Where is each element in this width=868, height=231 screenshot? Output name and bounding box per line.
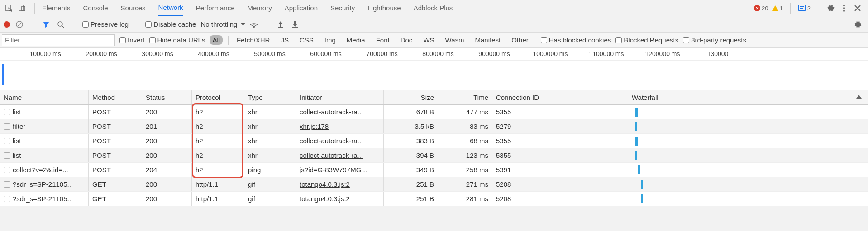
initiator-link[interactable]: totango4.0.3.js:2 xyxy=(300,180,350,188)
separator xyxy=(267,19,267,30)
table-row[interactable]: ?sdr_s=SP-21105...GET200http/1.1giftotan… xyxy=(0,177,868,192)
offline-icon[interactable] xyxy=(249,19,259,29)
filter-toggle-icon[interactable] xyxy=(41,19,51,29)
filter-type-media[interactable]: Media xyxy=(344,35,368,45)
time-tick: 900000 ms xyxy=(478,50,510,57)
settings-gear-icon[interactable] xyxy=(853,19,863,29)
col-initiator[interactable]: Initiator xyxy=(296,90,384,104)
cell-waterfall xyxy=(628,105,868,119)
disable-cache-checkbox[interactable]: Disable cache xyxy=(145,20,196,28)
file-icon xyxy=(4,181,10,188)
error-count-badge[interactable]: ✕ 20 xyxy=(754,5,768,12)
initiator-link[interactable]: collect-autotrack-ra... xyxy=(300,137,363,145)
filter-type-all[interactable]: All xyxy=(210,35,223,45)
table-row[interactable]: listPOST200h2xhrcollect-autotrack-ra...3… xyxy=(0,148,868,163)
timeline-overview[interactable]: 100000 ms200000 ms300000 ms400000 ms5000… xyxy=(0,48,868,90)
cell-connection-id: 5208 xyxy=(492,192,628,206)
throttling-select[interactable]: No throttling xyxy=(200,20,237,28)
col-status[interactable]: Status xyxy=(142,90,192,104)
time-tick: 400000 ms xyxy=(198,50,229,57)
table-row[interactable]: ?sdr_s=SP-21105...GET200http/1.1giftotan… xyxy=(0,192,868,206)
has-blocked-cookies-checkbox[interactable]: Has blocked cookies xyxy=(541,36,611,44)
filter-type-ws[interactable]: WS xyxy=(420,35,437,45)
warning-count-badge[interactable]: 1 xyxy=(772,5,783,12)
initiator-link[interactable]: js?id=G-83W797MG... xyxy=(300,166,367,174)
table-row[interactable]: collect?v=2&tid=...POST204h2pingjs?id=G-… xyxy=(0,163,868,177)
cell-protocol: h2 xyxy=(192,163,244,177)
tab-security[interactable]: Security xyxy=(330,0,355,16)
tab-adblock-plus[interactable]: Adblock Plus xyxy=(414,0,453,16)
filter-type-doc[interactable]: Doc xyxy=(398,35,415,45)
initiator-link[interactable]: totango4.0.3.js:2 xyxy=(300,195,350,203)
cell-waterfall xyxy=(628,177,868,191)
col-type[interactable]: Type xyxy=(244,90,296,104)
device-toggle-icon[interactable] xyxy=(17,3,27,13)
third-party-checkbox[interactable]: 3rd-party requests xyxy=(683,36,746,44)
tab-network[interactable]: Network xyxy=(158,0,183,16)
upload-icon[interactable] xyxy=(276,19,286,29)
col-method[interactable]: Method xyxy=(89,90,142,104)
blocked-requests-checkbox[interactable]: Blocked Requests xyxy=(615,36,678,44)
tab-console[interactable]: Console xyxy=(83,0,108,16)
svg-point-5 xyxy=(843,7,845,9)
tab-lighthouse[interactable]: Lighthouse xyxy=(367,0,401,16)
download-icon[interactable] xyxy=(290,19,300,29)
tab-performance[interactable]: Performance xyxy=(196,0,235,16)
cell-connection-id: 5355 xyxy=(492,105,628,119)
record-button[interactable] xyxy=(4,21,10,28)
hide-data-urls-checkbox[interactable]: Hide data URLs xyxy=(149,36,205,44)
dropdown-icon[interactable] xyxy=(241,23,245,26)
initiator-link[interactable]: xhr.js:178 xyxy=(300,123,329,130)
svg-point-6 xyxy=(843,10,845,12)
clear-icon[interactable] xyxy=(14,19,24,29)
filter-type-manifest[interactable]: Manifest xyxy=(472,35,504,45)
table-row[interactable]: filterPOST201h2xhrxhr.js:1783.5 kB83 ms5… xyxy=(0,119,868,134)
message-count: 2 xyxy=(807,5,811,12)
separator xyxy=(790,3,791,14)
inspect-icon[interactable] xyxy=(4,3,14,13)
col-waterfall[interactable]: Waterfall xyxy=(628,90,868,104)
initiator-link[interactable]: collect-autotrack-ra... xyxy=(300,108,363,116)
filter-type-img[interactable]: Img xyxy=(322,35,339,45)
col-name[interactable]: Name xyxy=(0,90,89,104)
initiator-link[interactable]: collect-autotrack-ra... xyxy=(300,151,363,159)
table-row[interactable]: listPOST200h2xhrcollect-autotrack-ra...6… xyxy=(0,105,868,119)
kebab-icon[interactable] xyxy=(839,3,849,13)
col-time[interactable]: Time xyxy=(438,90,492,104)
file-icon xyxy=(4,138,10,144)
tab-elements[interactable]: Elements xyxy=(42,0,71,16)
tab-sources[interactable]: Sources xyxy=(121,0,146,16)
request-name: filter xyxy=(13,123,25,130)
cell-method: POST xyxy=(89,134,142,148)
tab-application[interactable]: Application xyxy=(285,0,318,16)
error-count: 20 xyxy=(762,5,768,12)
preserve-log-label: Preserve log xyxy=(91,20,129,28)
filter-type-css[interactable]: CSS xyxy=(297,35,316,45)
table-row[interactable]: listPOST200h2xhrcollect-autotrack-ra...3… xyxy=(0,134,868,148)
invert-checkbox[interactable]: Invert xyxy=(119,36,145,44)
search-icon[interactable] xyxy=(56,19,66,29)
filter-type-font[interactable]: Font xyxy=(373,35,392,45)
time-tick: 200000 ms xyxy=(86,50,117,57)
filter-type-js[interactable]: JS xyxy=(278,35,291,45)
filter-input[interactable] xyxy=(2,34,115,46)
gear-icon[interactable] xyxy=(825,3,835,13)
time-tick: 300000 ms xyxy=(142,50,173,57)
sort-indicator-icon xyxy=(856,95,862,99)
cell-time: 83 ms xyxy=(438,119,492,133)
error-icon: ✕ xyxy=(754,5,760,11)
cell-type: xhr xyxy=(244,105,296,119)
col-size[interactable]: Size xyxy=(384,90,438,104)
col-protocol[interactable]: Protocol xyxy=(192,90,244,104)
tab-memory[interactable]: Memory xyxy=(248,0,272,16)
col-connection-id[interactable]: Connection ID xyxy=(492,90,628,104)
message-count-badge[interactable]: 2 xyxy=(798,5,811,12)
filter-type-fetchxhr[interactable]: Fetch/XHR xyxy=(234,35,272,45)
preserve-log-checkbox[interactable]: Preserve log xyxy=(82,20,129,28)
close-icon[interactable] xyxy=(853,3,863,13)
filter-type-wasm[interactable]: Wasm xyxy=(443,35,467,45)
filter-type-other[interactable]: Other xyxy=(509,35,531,45)
cell-status: 200 xyxy=(142,192,192,206)
top-tab-bar: ElementsConsoleSourcesNetworkPerformance… xyxy=(0,0,868,16)
time-tick: 600000 ms xyxy=(310,50,341,57)
